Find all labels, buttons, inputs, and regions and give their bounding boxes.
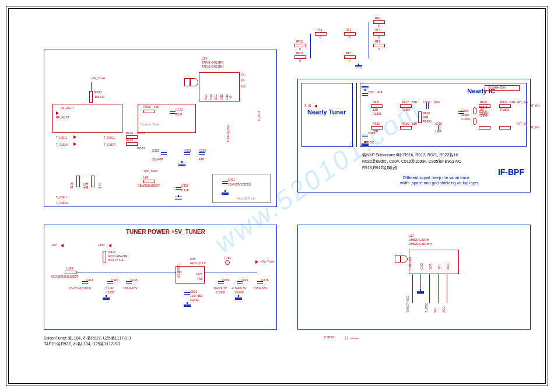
tuner-block: +5V_Tuner R200 10K NC RF_AGCT RF_AGCT Cl… xyxy=(44,50,277,207)
r921-ref: R921 xyxy=(373,101,380,104)
u27-pin-scl: SCL xyxy=(438,264,441,270)
r922-val: 33R xyxy=(373,130,378,133)
close-to-tuner-box xyxy=(52,104,122,133)
u24-part2: TAF19-C4I11RH xyxy=(202,65,223,68)
if-in-arrow xyxy=(314,104,317,108)
r966-val: 10K xyxy=(154,106,159,108)
u27-ref: U27 xyxy=(409,235,414,237)
c920-val: 0.1uF xyxy=(106,287,113,290)
r918-ref: R918 xyxy=(480,101,487,104)
tuner-osc: TUNER_OSC xyxy=(227,124,230,142)
l84 xyxy=(143,180,155,183)
u27-pin-gnd: GND xyxy=(420,263,423,270)
r923-val: 100/51 xyxy=(136,147,145,150)
r920 xyxy=(418,111,422,123)
gnd-left-caps xyxy=(103,295,110,300)
c401-ref: C401 xyxy=(228,178,235,181)
u24-rf-body xyxy=(184,78,190,86)
u27-pin-dm33v: DM(3.3V) xyxy=(409,257,412,270)
fat-in2: FAT_IN- xyxy=(517,123,527,125)
c1005-ref: C1005 xyxy=(461,118,470,121)
u24-pin-sda: SDA xyxy=(210,94,213,100)
r921-val: 33R xyxy=(373,108,378,111)
c919 xyxy=(218,281,224,286)
r200 xyxy=(89,91,93,103)
gnd-c401 xyxy=(222,190,229,195)
u27-rf-body xyxy=(395,256,401,262)
rf12-val: 0 xyxy=(299,60,301,62)
u27-rf-connector xyxy=(401,256,408,262)
c352-val: 0.1uF xyxy=(181,189,189,192)
r979-val: 100/51 xyxy=(136,132,145,135)
gnd-c252 xyxy=(178,161,185,166)
c919-ref: C919 xyxy=(222,279,229,282)
if-out-label: IF_OUT xyxy=(258,111,261,121)
rf11-ref: RF11 xyxy=(296,40,303,43)
ifbpf-note2-l1: Different signal ,keep the same trace xyxy=(403,176,469,180)
r927-v1: RY21-2W-27R xyxy=(108,255,127,258)
gnd-right-caps xyxy=(235,295,242,300)
rf5-ref: RF5 xyxy=(375,40,380,43)
footer-arrows: 《》—— xyxy=(342,335,359,341)
c905-val: 220pF xyxy=(461,114,469,117)
r927 xyxy=(103,251,106,262)
c910-val: 10nF xyxy=(435,130,441,133)
c253-val: 47P xyxy=(199,158,204,161)
r920-ref: R920 xyxy=(423,112,430,115)
rf-array: RF3 0 RF1 0 RF2 0 RF4 0 RF11 0 RF5 0 RF1… xyxy=(294,20,399,73)
c362 xyxy=(362,135,368,139)
r176 xyxy=(91,176,94,187)
r923-ref: R923 xyxy=(126,139,133,142)
r1805-ref: R1805 xyxy=(373,113,381,116)
r917-ref: R917 xyxy=(402,101,409,104)
r1806-ref: R1806 xyxy=(500,108,509,111)
net-5v: +5V xyxy=(51,244,57,247)
rf7-ref: RF7 xyxy=(346,52,351,55)
c993-fp: C1608 xyxy=(235,291,244,294)
power-block: TUNER POWER +5V_TUNER +5V +12V R927 RY21… xyxy=(44,225,277,330)
ifbpf-note1-l3: R918,R917装0欧姆 xyxy=(362,165,397,170)
r917-val: 33R xyxy=(412,101,417,104)
u24-pin-ifp: IF+ xyxy=(241,74,246,76)
ifbpf-block: IF-BPF Nearly Tuner Nearly IC IF_IN C361… xyxy=(297,79,531,192)
u25-adj: ADJ(GND) xyxy=(177,264,180,278)
c351 xyxy=(184,152,190,157)
c772 xyxy=(170,111,176,116)
c904-ref: C904 xyxy=(423,101,430,104)
gnd-c352 xyxy=(175,195,182,200)
r919-val: 51R xyxy=(510,101,515,104)
l104-ref: L104 xyxy=(66,267,73,270)
u24-pin-nc: NC xyxy=(241,85,246,88)
c253 xyxy=(199,152,205,157)
c253-ref: C253 xyxy=(199,149,206,152)
t-osda2: T_OSDA xyxy=(104,144,115,146)
u24-pin-gnd2: GND xyxy=(226,94,229,100)
r916-ref: R916 xyxy=(402,123,409,125)
l84-val: CBW3216U800T xyxy=(138,184,160,187)
c904 xyxy=(424,103,429,109)
c772-ref: C772 xyxy=(176,108,183,111)
t-oscl-bottom: T_OSCL xyxy=(56,196,67,199)
t-oscl: T_OSCL xyxy=(56,136,67,139)
u27-agc2: AGC xyxy=(443,306,446,313)
c352-ref: C352 xyxy=(181,184,188,187)
v5tuner-out: +5V_Tuner xyxy=(260,260,275,263)
ca35 xyxy=(126,281,132,286)
c411-ref: C411 xyxy=(86,279,93,282)
c993-ref: C993 xyxy=(241,279,248,282)
near-by-tuner-text: Near By Tuner xyxy=(237,197,255,200)
rf7-val: 0 xyxy=(349,60,350,62)
u27-osc: T_OSC xyxy=(425,303,428,313)
c252 xyxy=(161,152,167,157)
rf3-val: 0 xyxy=(378,24,380,27)
v5tuner-bottom: +5V_Tuner xyxy=(143,170,158,173)
at-in1: AT_IN+ xyxy=(530,104,540,107)
rf2-val: 0 xyxy=(349,36,350,39)
c901-fp: C2012 xyxy=(190,299,199,302)
gnd-u27 xyxy=(417,289,424,294)
ifbpf-note2-l2: width ,space and gnd shielding on top la… xyxy=(400,181,478,185)
c904-val: 10nF xyxy=(433,101,440,104)
tp61-pad xyxy=(225,260,230,265)
c920-fp: C1005 xyxy=(106,291,114,294)
fb913-val: 100uH xyxy=(479,110,488,113)
